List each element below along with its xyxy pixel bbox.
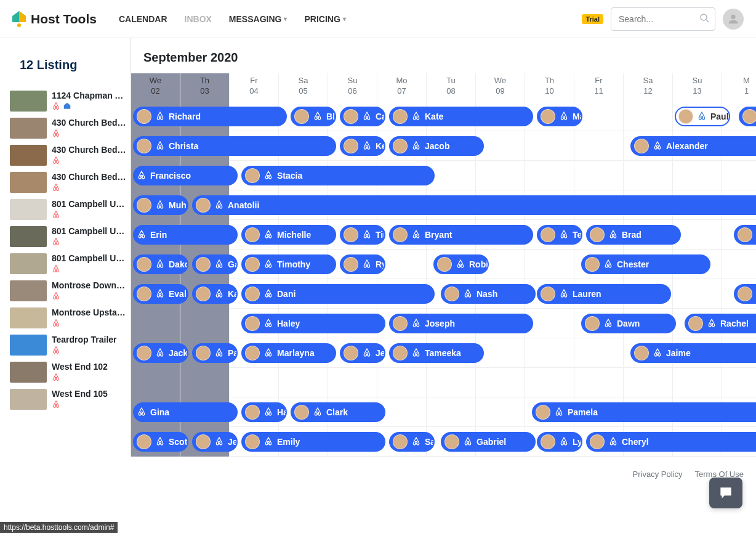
- booking-pill[interactable]: Bryant: [389, 225, 533, 245]
- calendar-cell[interactable]: [722, 368, 756, 397]
- listing-row[interactable]: 430 Church Bedro...: [0, 169, 131, 197]
- booking-pill[interactable]: Lauren: [537, 284, 671, 304]
- booking-pill[interactable]: Anatolii: [192, 195, 756, 215]
- day-column[interactable]: Su06: [328, 73, 377, 102]
- calendar-cell[interactable]: [427, 368, 476, 397]
- day-column[interactable]: M1: [722, 73, 756, 102]
- booking-pill[interactable]: Kate: [389, 107, 533, 126]
- nav-calendar[interactable]: CALENDAR: [119, 14, 167, 24]
- calendar-cell[interactable]: [525, 161, 574, 190]
- day-column[interactable]: Su13: [673, 73, 722, 102]
- calendar-cell[interactable]: [427, 397, 476, 427]
- booking-pill[interactable]: Dani: [241, 284, 435, 304]
- booking-pill[interactable]: Haley: [241, 314, 385, 333]
- booking-pill[interactable]: Erin: [133, 225, 238, 245]
- booking-pill[interactable]: Nash: [441, 284, 536, 304]
- listing-row[interactable]: Teardrop Trailer: [0, 332, 131, 359]
- listing-row[interactable]: 801 Campbell Uni...: [0, 197, 131, 224]
- booking-pill[interactable]: Gabriel: [441, 432, 536, 452]
- booking-pill[interactable]: Emily: [241, 432, 385, 452]
- calendar-cell[interactable]: [525, 368, 574, 397]
- calendar-cell[interactable]: [476, 368, 525, 397]
- booking-pill[interactable]: Jaime: [630, 343, 756, 363]
- calendar-cell[interactable]: [476, 161, 525, 190]
- booking-pill[interactable]: Gina: [133, 402, 238, 422]
- user-avatar[interactable]: [723, 9, 744, 30]
- day-column[interactable]: Sa05: [279, 73, 328, 102]
- booking-pill[interactable]: Cheryl: [586, 432, 756, 452]
- booking-pill[interactable]: Muh: [133, 195, 188, 215]
- booking-pill[interactable]: Jer: [192, 432, 238, 452]
- calendar-cell[interactable]: [722, 161, 756, 190]
- booking-pill[interactable]: Ma: [537, 107, 582, 126]
- listing-row[interactable]: 430 Church Bedro...: [0, 142, 131, 169]
- booking-pill[interactable]: Tameeka: [389, 343, 484, 363]
- calendar-cell[interactable]: [624, 368, 673, 397]
- calendar-cell[interactable]: [279, 368, 328, 397]
- booking-pill[interactable]: Stacia: [241, 166, 435, 185]
- chat-button[interactable]: [709, 478, 742, 480]
- calendar-cell[interactable]: [722, 250, 756, 279]
- booking-pill[interactable]: Pamela: [532, 402, 756, 422]
- listing-row[interactable]: West End 102: [0, 359, 131, 386]
- booking-pill[interactable]: Tim: [340, 225, 385, 245]
- booking-pill[interactable]: Dako: [133, 254, 188, 274]
- listing-row[interactable]: 1124 Chapman A...: [0, 88, 131, 115]
- calendar-cell[interactable]: [574, 131, 624, 161]
- nav-inbox[interactable]: INBOX: [185, 14, 212, 24]
- booking-pill[interactable]: Alexander: [630, 136, 756, 156]
- logo[interactable]: Host Tools: [12, 11, 97, 27]
- day-column[interactable]: We09: [476, 73, 525, 102]
- listing-row[interactable]: 801 Campbell Uni...: [0, 224, 131, 251]
- calendar-cell[interactable]: [624, 161, 673, 190]
- booking-pill[interactable]: Scot: [133, 432, 188, 452]
- calendar-cell[interactable]: [673, 161, 722, 190]
- calendar-cell[interactable]: [574, 161, 624, 190]
- booking-pill[interactable]: Jack: [133, 343, 188, 363]
- booking-pill[interactable]: Kat: [192, 284, 238, 304]
- trial-badge[interactable]: Trial: [582, 14, 603, 24]
- booking-pill[interactable]: Ker: [340, 136, 385, 156]
- booking-pill[interactable]: Chester: [581, 254, 710, 274]
- booking-pill[interactable]: Hal: [241, 402, 287, 422]
- booking-pill[interactable]: Jacob: [389, 136, 484, 156]
- booking-pill[interactable]: [739, 107, 756, 126]
- booking-pill[interactable]: Timothy: [241, 254, 336, 274]
- nav-messaging[interactable]: MESSAGING▾: [229, 14, 288, 24]
- calendar-cell[interactable]: [525, 250, 574, 279]
- listing-row[interactable]: West End 105: [0, 386, 131, 413]
- calendar-cell[interactable]: [525, 131, 574, 161]
- calendar-cell[interactable]: [180, 309, 230, 338]
- listing-row[interactable]: Montrose Downst...: [0, 278, 131, 305]
- nav-pricing[interactable]: PRICING▾: [304, 14, 345, 24]
- booking-pill[interactable]: [734, 225, 756, 245]
- booking-pill[interactable]: Joseph: [389, 314, 533, 333]
- booking-pill[interactable]: Car: [340, 107, 385, 126]
- calendar-cell[interactable]: [377, 368, 427, 397]
- day-column[interactable]: Th03: [180, 73, 230, 102]
- day-column[interactable]: Th10: [525, 73, 574, 102]
- booking-pill[interactable]: Eval: [133, 284, 188, 304]
- booking-pill[interactable]: Brad: [586, 225, 681, 245]
- calendar-cell[interactable]: [131, 368, 180, 397]
- calendar-cell[interactable]: [673, 368, 722, 397]
- booking-pill[interactable]: Robi: [433, 254, 489, 274]
- day-column[interactable]: We02: [131, 73, 180, 102]
- calendar-cell[interactable]: [131, 309, 180, 338]
- calendar-cell[interactable]: [328, 368, 377, 397]
- booking-pill[interactable]: Francisco: [133, 166, 238, 185]
- booking-pill[interactable]: Jef: [340, 343, 385, 363]
- booking-pill[interactable]: Richard: [133, 107, 287, 126]
- booking-pill[interactable]: Lyd: [537, 432, 582, 452]
- calendar-cell[interactable]: [624, 102, 673, 131]
- booking-pill[interactable]: Michelle: [241, 225, 336, 245]
- calendar-cell[interactable]: [574, 368, 624, 397]
- calendar-cell[interactable]: [476, 397, 525, 427]
- booking-pill[interactable]: Gab: [192, 254, 238, 274]
- listing-row[interactable]: 430 Church Bedro...: [0, 115, 131, 142]
- day-column[interactable]: Fr04: [230, 73, 279, 102]
- booking-pill[interactable]: Rachel: [685, 314, 756, 333]
- booking-pill[interactable]: Sar: [389, 432, 435, 452]
- calendar-cell[interactable]: [673, 279, 722, 309]
- booking-pill[interactable]: Rya: [340, 254, 385, 274]
